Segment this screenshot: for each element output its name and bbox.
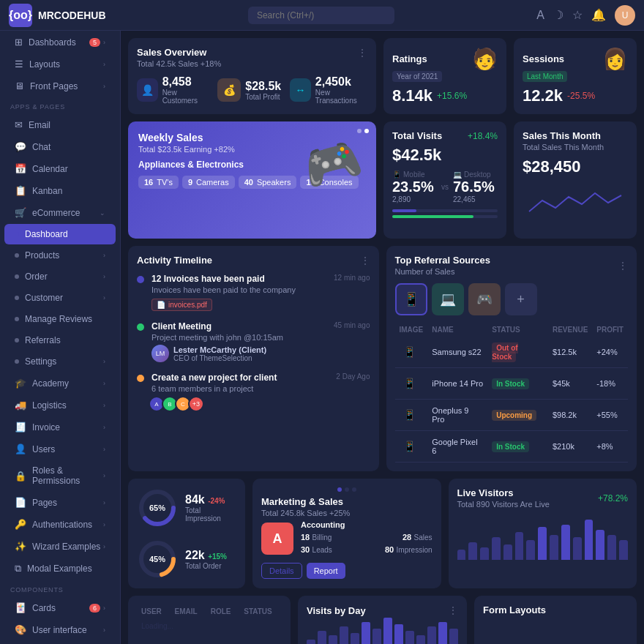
add-referral-icon[interactable]: + — [505, 283, 537, 315]
file-badge[interactable]: 📄 invoices.pdf — [151, 299, 212, 311]
referral-icon-3[interactable]: 🎮 — [468, 283, 501, 315]
spark-bar — [351, 633, 359, 644]
sidebar-item-ui[interactable]: 🎨 User interface › — [4, 619, 116, 640]
sidebar-label: Dashboard — [25, 229, 68, 239]
spark-bar — [307, 640, 315, 644]
sessions-badge: Last Month — [523, 71, 567, 82]
acc-row-1: 18 Billing 28 Sales — [301, 532, 433, 542]
mobile-progress-fill — [392, 209, 416, 212]
modal-icon: ⧉ — [15, 563, 21, 574]
sidebar-item-academy[interactable]: 🎓 Academy › — [4, 372, 116, 394]
sidebar-item-auth[interactable]: 🔑 Authentications › — [4, 514, 116, 535]
layouts-icon: ☰ — [15, 59, 23, 70]
report-button[interactable]: Report — [307, 563, 345, 579]
col-revenue: REVENUE — [548, 323, 592, 337]
sidebar-item-manage-reviews[interactable]: Manage Reviews — [4, 309, 116, 329]
pdf-icon: 📄 — [157, 301, 165, 309]
activity-more-icon[interactable]: ⋮ — [360, 255, 370, 266]
mobile-label: Mobile — [403, 171, 424, 179]
sidebar-dot — [15, 296, 19, 300]
sidebar-item-users[interactable]: 👤 Users › — [4, 438, 116, 460]
sessions-title: Sessions — [523, 53, 564, 64]
status-badge-4: In Stock — [492, 441, 529, 452]
sales-overview-subtitle: Total 42.5k Sales +18% — [137, 59, 221, 68]
sidebar-label: eCommerce — [32, 208, 80, 218]
user-avatar[interactable]: U — [615, 5, 635, 26]
sidebar-item-kanban[interactable]: 📋 Kanban — [4, 180, 116, 201]
bar-item — [550, 535, 558, 560]
more-options-icon[interactable]: ⋮ — [357, 47, 367, 59]
sidebar-item-customer[interactable]: Customer › — [4, 288, 116, 308]
chevron-right-icon: › — [103, 499, 105, 506]
dashboard-icon: ⊞ — [15, 37, 23, 48]
referral-title: Top Referral Sources — [395, 255, 491, 266]
sidebar-item-roles[interactable]: 🔒 Roles & Permissions › — [4, 460, 116, 491]
calendar-icon: 📅 — [15, 163, 26, 174]
sidebar-label: Customer — [25, 293, 63, 303]
sidebar-dot — [15, 359, 19, 364]
sidebar-item-ecommerce[interactable]: 🛒 eCommerce ⌄ — [4, 202, 116, 223]
search-input[interactable] — [248, 7, 394, 24]
sidebar-item-calendar[interactable]: 📅 Calendar — [4, 158, 116, 179]
details-button[interactable]: Details — [261, 563, 302, 579]
visits-day-more-icon[interactable]: ⋮ — [448, 604, 458, 616]
translate-icon[interactable]: A — [536, 9, 544, 22]
profit-2: -18% — [592, 368, 628, 400]
sales-chart — [523, 182, 628, 219]
sidebar-item-logistics[interactable]: 🚚 Logistics › — [4, 394, 116, 416]
sidebar-item-products[interactable]: Products › — [4, 245, 116, 266]
chevron-down-icon: ⌄ — [100, 209, 105, 217]
sidebar-label: Users — [32, 444, 55, 454]
bar-item — [607, 535, 616, 560]
sidebar-item-email[interactable]: ✉ Email — [4, 114, 116, 135]
components-label: COMPONENTS — [0, 580, 120, 596]
sidebar-item-extended-ui[interactable]: 🔧 Extended UI › — [4, 641, 116, 644]
user-table-card: USER EMAIL ROLE STATUS Loading... — [128, 596, 291, 644]
sidebar-item-layouts[interactable]: ☰ Layouts › — [4, 53, 116, 75]
ratings-change: +15.6% — [437, 91, 467, 101]
impression-item-1: 65% 84k -24% Total Impression — [137, 487, 236, 528]
mobile-icon: 📱 — [392, 171, 401, 179]
sidebar-item-dashboards[interactable]: ⊞ Dashboards 5 › — [4, 31, 116, 53]
bell-icon[interactable]: 🔔 — [591, 8, 606, 22]
referral-more-icon[interactable]: ⋮ — [618, 260, 628, 272]
topbar-icons: A ☽ ☆ 🔔 U — [536, 5, 635, 26]
user-col-role: ROLE — [206, 604, 239, 618]
sidebar-item-modal[interactable]: ⧉ Modal Examples — [4, 558, 116, 580]
timeline-dot-orange — [137, 375, 144, 382]
timeline-desc-2: Project meeting with john @10:15am — [151, 333, 370, 342]
referral-icon-1[interactable]: 📱 — [395, 283, 427, 315]
star-icon[interactable]: ☆ — [572, 8, 583, 22]
sidebar-item-order[interactable]: Order › — [4, 266, 116, 287]
sidebar-item-dashboard[interactable]: Dashboard — [4, 224, 116, 244]
profit-value: $28.5k — [245, 80, 281, 93]
topbar: {oo} MRCODEHUB A ☽ ☆ 🔔 U — [0, 0, 644, 31]
sidebar-item-wizard[interactable]: ✨ Wizard Examples › — [4, 536, 116, 557]
chevron-right-icon: › — [103, 424, 105, 431]
subtitle-text: Total 42.5k Sales +18% — [137, 59, 221, 68]
sidebar-item-settings[interactable]: Settings › — [4, 351, 116, 372]
sessions-change: -25.5% — [567, 91, 595, 101]
moon-icon[interactable]: ☽ — [553, 8, 564, 22]
person-name: Lester McCarthy (Client) — [173, 345, 266, 354]
sidebar-item-invoice[interactable]: 🧾 Invoice › — [4, 416, 116, 438]
sales-month-card: Sales This Month Total Sales This Month … — [514, 121, 637, 239]
product-img-4: 📱 — [400, 436, 420, 457]
sidebar-item-pages[interactable]: 📄 Pages › — [4, 492, 116, 513]
sidebar-item-chat[interactable]: 💬 Chat — [4, 136, 116, 157]
referral-subtitle: Number of Sales — [395, 267, 491, 276]
referral-icons-row: 📱 💻 🎮 + — [395, 283, 629, 315]
mkt-dot-3 — [352, 487, 356, 492]
logo-icon: {oo} — [9, 4, 32, 27]
total-visits-card: Total Visits +18.4% $42.5k 📱 Mobile 23.5… — [383, 121, 506, 239]
impression-circle-1: 65% — [137, 487, 178, 528]
chevron-right-icon: › — [103, 358, 105, 365]
mobile-count: 2,890 — [392, 195, 437, 203]
sidebar-item-frontpages[interactable]: 🖥 Front Pages › — [4, 75, 116, 97]
sidebar-item-referrals[interactable]: Referrals — [4, 330, 116, 351]
sidebar-label: Kanban — [32, 186, 62, 196]
live-visitors-subtitle: Total 890 Visitors Are Live — [457, 500, 550, 509]
product-name-2: iPhone 14 Pro — [427, 368, 487, 400]
sidebar-item-cards[interactable]: 🃏 Cards 6 › — [4, 597, 116, 618]
referral-icon-2[interactable]: 💻 — [432, 283, 464, 315]
